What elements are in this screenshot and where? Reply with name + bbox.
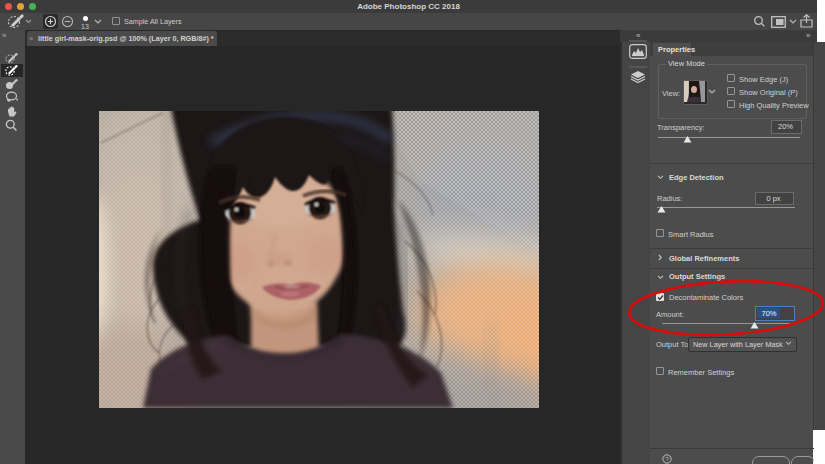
svg-text:?: ? — [665, 455, 669, 462]
